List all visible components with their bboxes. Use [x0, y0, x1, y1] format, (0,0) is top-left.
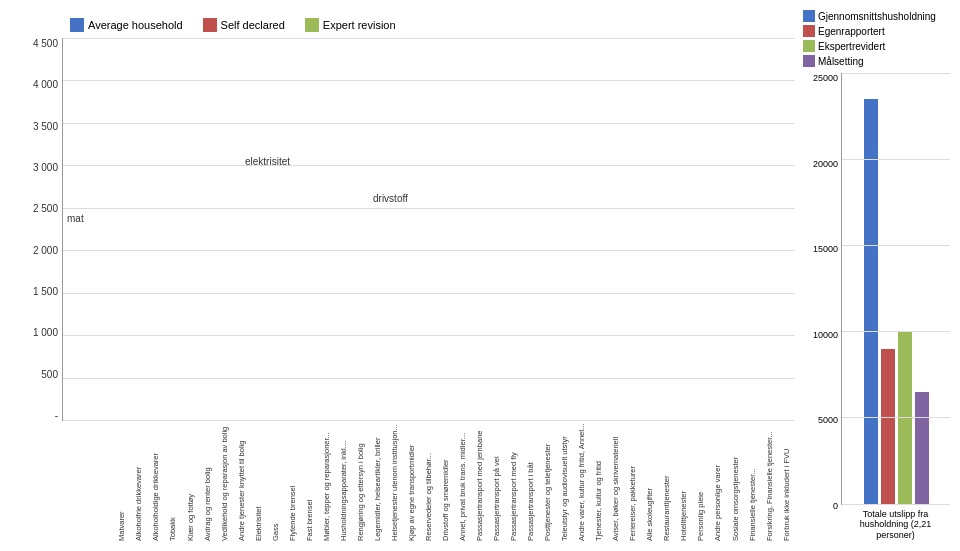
x-label-text: Gass [272, 421, 280, 541]
y-axis-label: 3 000 [33, 162, 58, 173]
right-legend-label: Målsetting [818, 56, 864, 67]
right-legend-color [803, 25, 815, 37]
x-label-item: Annet, privat bruk trans. midler... [455, 421, 472, 541]
x-label-item: Passasjertransport med fly [506, 421, 523, 541]
x-label-item: Alle skoleugifter [642, 421, 659, 541]
x-label-item: Alkoholfrie drikkevarer [131, 421, 148, 541]
y-axis-label: 2 500 [33, 203, 58, 214]
right-y-label: 15000 [813, 244, 838, 254]
x-label-item: Aviser, bøker og skrivemateriell [608, 421, 625, 541]
x-label-text: Alkoholholdige drikkevarer [152, 421, 160, 541]
x-label-text: Passasjertransport med jernbane [476, 421, 484, 541]
right-legend-color [803, 10, 815, 22]
x-labels: MatvarerAlkoholfrie drikkevarerAlkoholho… [114, 421, 795, 541]
x-label-text: Vedlikehold og reparasjon av bolig [221, 421, 229, 541]
x-label-text: Hotellttjenester [680, 421, 688, 541]
right-grid-line [842, 73, 950, 74]
x-label-text: Matvarer [118, 421, 126, 541]
y-axis-label: 4 000 [33, 79, 58, 90]
x-label-item: Forsikring, Finansielle tjenester... [761, 421, 778, 541]
x-label-text: Reservedeler og tilbehør... [425, 421, 433, 541]
legend-item: Self declared [203, 18, 285, 32]
right-legend-color [803, 40, 815, 52]
legend-color [305, 18, 319, 32]
x-label-text: Avdrag og renter bolig [204, 421, 212, 541]
x-label-text: Andre varer, kultur og fritid, Annet... [578, 421, 586, 541]
right-legend-item: Gjennomsnittshusholdning [803, 10, 950, 22]
main-chart: Average householdSelf declaredExpert rev… [10, 10, 795, 541]
x-label-text: Helsetjenester utenom institusjon... [391, 421, 399, 541]
y-axis-label: 4 500 [33, 38, 58, 49]
x-label-text: Feriereiser, pakketurer [629, 421, 637, 541]
x-label-item: Andre tjenester knyttet til bolig [233, 421, 250, 541]
legend-item: Average household [70, 18, 183, 32]
x-label-item: Møbler, tepper og reparasjoner... [318, 421, 335, 541]
x-label-text: Klær og fottøy [187, 421, 195, 541]
y-axis-label: 1 500 [33, 286, 58, 297]
right-y-label: 5000 [818, 415, 838, 425]
legend-color [70, 18, 84, 32]
right-grid-line [842, 159, 950, 160]
x-label-text: Møbler, tepper og reparasjoner... [323, 421, 331, 541]
x-label-item: Reservedeler og tilbehør... [421, 421, 438, 541]
x-label-text: Alkoholfrie drikkevarer [135, 421, 143, 541]
x-label-text: Rengjøring og ettersyn i bolig [357, 421, 365, 541]
x-label-item: Elektrisitet [250, 421, 267, 541]
bars-area: mat elektrisitet drivstoff [62, 38, 795, 421]
x-label-text: Tjenester, kultur og fritid [595, 421, 603, 541]
x-label-text: Annet, privat bruk trans. midler... [459, 421, 467, 541]
x-label-text: Passasjertransport med fly [510, 421, 518, 541]
y-axis-label: - [55, 410, 58, 421]
right-grid-line [842, 504, 950, 505]
right-bars-area [841, 73, 950, 505]
y-axis-label: 500 [41, 369, 58, 380]
x-label-item: Fast brensel [301, 421, 318, 541]
x-label-text: Aviser, bøker og skrivemateriell [612, 421, 620, 541]
right-chart-inner: 2500020000150001000050000 Totale utslipp… [803, 73, 950, 541]
legend: Average householdSelf declaredExpert rev… [70, 18, 795, 32]
legend-color [203, 18, 217, 32]
right-target-bar [915, 392, 929, 504]
y-axis-label: 2 000 [33, 245, 58, 256]
x-label-text: Kjøp av egne transportmidler [408, 421, 416, 541]
right-chart: GjennomsnittshusholdningEgenrapportertEk… [795, 10, 950, 541]
x-label-item: Teleutstyr og audiovisuelt utstyr [557, 421, 574, 541]
right-y-axis: 2500020000150001000050000 [803, 73, 841, 541]
right-bars-inner [842, 73, 950, 504]
bars-container [63, 38, 795, 420]
x-label-text: Legemidler, helseartikler, briller [374, 421, 382, 541]
x-label-item: Kjøp av egne transportmidler [404, 421, 421, 541]
right-legend-item: Ekspertrevidert [803, 40, 950, 52]
right-legend-label: Egenrapportert [818, 26, 885, 37]
x-label-item: Personlig pleie [693, 421, 710, 541]
x-label-text: Tobakk [169, 421, 177, 541]
x-label-text: Fast brensel [306, 421, 314, 541]
x-label-text: Andre tjenester knyttet til bolig [238, 421, 246, 541]
x-label-item: Hotellttjenester [676, 421, 693, 541]
annotation-mat: mat [67, 213, 84, 224]
x-label-text: Husholdningsapparater, inkl.... [340, 421, 348, 541]
x-label-item: Passasjertransport i båt [523, 421, 540, 541]
x-label-item: Klær og fottøy [182, 421, 199, 541]
x-label-item: Gass [267, 421, 284, 541]
right-legend: GjennomsnittshusholdningEgenrapportertEk… [803, 10, 950, 67]
x-label-item: Andre varer, kultur og fritid, Annet... [574, 421, 591, 541]
x-label-text: Drivstoff og smøremidler [442, 421, 450, 541]
x-label-item: Alkoholholdige drikkevarer [148, 421, 165, 541]
x-label-text: Finansielle tjenester... [749, 421, 757, 541]
x-label-text: Elektrisitet [255, 421, 263, 541]
chart-wrapper: 4 5004 0003 5003 0002 5002 0001 5001 000… [10, 38, 795, 541]
x-label-item: Helsetjenester utenom institusjon... [387, 421, 404, 541]
right-legend-color [803, 55, 815, 67]
x-label-text: Flytende brensel [289, 421, 297, 541]
right-grid-line [842, 417, 950, 418]
x-label-item: Passasjertransport på vei [489, 421, 506, 541]
x-label-item: Tjenester, kultur og fritid [591, 421, 608, 541]
legend-label: Expert revision [323, 19, 396, 31]
x-label-item: Finansielle tjenester... [744, 421, 761, 541]
right-legend-item: Egenrapportert [803, 25, 950, 37]
main-container: Average householdSelf declaredExpert rev… [0, 0, 960, 551]
annotation-elektrisitet: elektrisitet [245, 156, 290, 167]
x-label-item: Restauranttjenester [659, 421, 676, 541]
right-y-label: 10000 [813, 330, 838, 340]
